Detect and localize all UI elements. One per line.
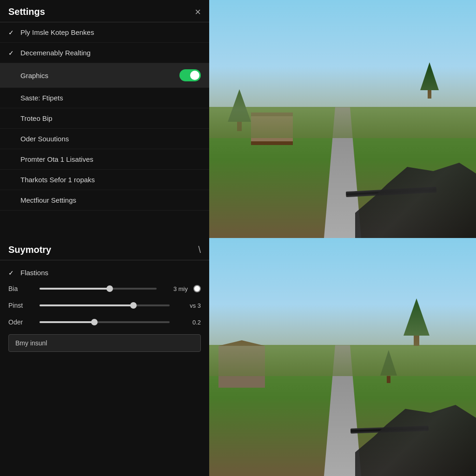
secondary-title: Suymotry bbox=[8, 245, 51, 255]
slider-fill-1 bbox=[40, 304, 133, 306]
gun-silhouette-top bbox=[355, 154, 476, 238]
flastions-label: Flastions bbox=[20, 269, 48, 277]
menu-item-item1[interactable]: ✓Ply Imsle Kotep Benkes bbox=[0, 22, 209, 43]
slider-row-0: Bia3 miy bbox=[8, 280, 201, 297]
settings-title: Settings bbox=[8, 7, 45, 17]
slider-value-1: vs 3 bbox=[175, 302, 201, 309]
slider-track-2 bbox=[40, 321, 170, 323]
slider-label-0: Bia bbox=[8, 285, 34, 292]
check-item-flastions: ✓ Flastions bbox=[8, 265, 201, 280]
slider-row-1: Pinstvs 3 bbox=[8, 297, 201, 314]
secondary-content: ✓ Flastions Bia3 miyPinstvs 3Oder0.2 Bmy… bbox=[0, 260, 209, 476]
gun-silhouette-bottom bbox=[355, 397, 476, 476]
menu-item-item9[interactable]: Mectfiour Settings bbox=[0, 190, 209, 211]
menu-item-label-item6: Oder Souutions bbox=[20, 135, 201, 143]
menu-item-label-item1: Ply Imsle Kotep Benkes bbox=[20, 28, 201, 36]
toggle-track-item3 bbox=[179, 69, 201, 81]
menu-item-item7[interactable]: Promter Ota 1 Lisatives bbox=[0, 149, 209, 170]
sliders-container: Bia3 miyPinstvs 3Oder0.2 bbox=[8, 280, 201, 331]
gun-container-top bbox=[337, 136, 476, 238]
slider-container-2[interactable] bbox=[40, 321, 170, 323]
text-input-label: Bmy insunl bbox=[15, 339, 47, 347]
checkmark-flastions: ✓ bbox=[8, 269, 16, 277]
settings-panel: Settings × ✓Ply Imsle Kotep Benkes✓Decem… bbox=[0, 0, 209, 238]
secondary-header: Suymotry \ bbox=[0, 238, 209, 260]
slider-row-2: Oder0.2 bbox=[8, 314, 201, 331]
game-scene-bottom bbox=[209, 238, 476, 476]
slider-label-1: Pinst bbox=[8, 302, 34, 309]
settings-header: Settings × bbox=[0, 0, 209, 22]
menu-item-item8[interactable]: Tharkots Sefor 1 ropaks bbox=[0, 170, 209, 190]
gun-container-bottom bbox=[341, 383, 476, 476]
slider-container-1[interactable] bbox=[40, 304, 170, 306]
slider-track-1 bbox=[40, 304, 170, 306]
text-input-row[interactable]: Bmy insunl bbox=[8, 334, 201, 352]
menu-item-item3[interactable]: Graphics bbox=[0, 63, 209, 88]
gun-body-top bbox=[346, 145, 476, 238]
mountains-bottom bbox=[209, 304, 476, 376]
menu-item-label-item5: Troteo Bip bbox=[20, 114, 201, 122]
game-scene-top bbox=[209, 0, 476, 238]
slider-thumb-2[interactable] bbox=[91, 319, 98, 325]
toggle-item3[interactable] bbox=[179, 69, 201, 81]
mountains-top bbox=[209, 66, 476, 138]
circle-indicator-0[interactable] bbox=[193, 285, 201, 292]
game-view-top bbox=[209, 0, 476, 238]
slider-thumb-1[interactable] bbox=[130, 302, 137, 309]
menu-item-label-item2: Decemenably Realting bbox=[20, 49, 201, 57]
game-view-bottom bbox=[209, 238, 476, 476]
menu-item-label-item4: Saste: Ftipets bbox=[20, 94, 201, 102]
menu-item-label-item9: Mectfiour Settings bbox=[20, 196, 201, 204]
slider-fill-0 bbox=[40, 288, 110, 290]
menu-item-item4[interactable]: Saste: Ftipets bbox=[0, 88, 209, 108]
slider-container-0[interactable] bbox=[40, 288, 157, 290]
tree-trunk-b2 bbox=[387, 376, 390, 383]
menu-item-label-item8: Tharkots Sefor 1 ropaks bbox=[20, 176, 201, 184]
gun-body-bottom bbox=[350, 392, 476, 476]
collapse-button[interactable]: \ bbox=[198, 245, 201, 255]
secondary-panel: Suymotry \ ✓ Flastions Bia3 miyPinstvs 3… bbox=[0, 238, 209, 476]
menu-item-label-item7: Promter Ota 1 Lisatives bbox=[20, 155, 201, 163]
menu-item-item5[interactable]: Troteo Bip bbox=[0, 108, 209, 129]
menu-item-label-item3: Graphics bbox=[20, 72, 175, 79]
close-button[interactable]: × bbox=[195, 7, 201, 17]
slider-label-2: Oder bbox=[8, 318, 34, 326]
slider-value-2: 0.2 bbox=[175, 319, 201, 326]
menu-item-item2[interactable]: ✓Decemenably Realting bbox=[0, 43, 209, 63]
menu-item-item6[interactable]: Oder Souutions bbox=[0, 129, 209, 149]
building-roof-1 bbox=[251, 141, 293, 145]
slider-value-0: 3 miy bbox=[162, 285, 188, 292]
checkmark-item1: ✓ bbox=[8, 29, 16, 36]
slider-thumb-0[interactable] bbox=[106, 285, 113, 292]
slider-fill-2 bbox=[40, 321, 94, 323]
slider-track-0 bbox=[40, 288, 157, 290]
checkmark-item2: ✓ bbox=[8, 49, 16, 57]
menu-list: ✓Ply Imsle Kotep Benkes✓Decemenably Real… bbox=[0, 22, 209, 238]
toggle-thumb-item3 bbox=[190, 71, 199, 80]
